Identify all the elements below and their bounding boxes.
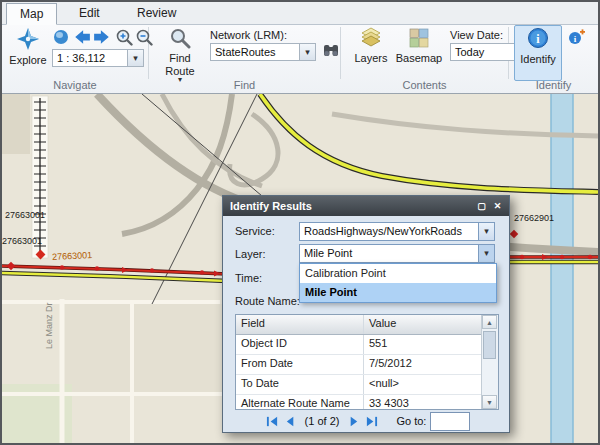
pagination-bar: (1 of 2) Go to: — [223, 410, 511, 432]
field-cell: From Date — [236, 355, 364, 374]
zoom-in-icon[interactable] — [115, 28, 133, 46]
page-indicator: (1 of 2) — [305, 415, 340, 427]
layer-dropdown-list: Calibration Point Mile Point — [299, 263, 497, 303]
ribbon: Map Edit Review Explore — [2, 2, 598, 94]
network-value: StateRoutes — [211, 44, 299, 60]
layer-option-calibration-point[interactable]: Calibration Point — [300, 264, 496, 283]
layers-icon — [360, 27, 382, 51]
route-highlight-yellow — [260, 94, 598, 192]
explore-button[interactable]: Explore — [6, 26, 50, 80]
dialog-title: Identify Results — [230, 200, 312, 212]
back-arrow-icon[interactable] — [73, 28, 91, 46]
value-cell: 7/5/2012 — [364, 355, 482, 374]
navigate-group-label: Navigate — [2, 79, 148, 91]
app-window: Map Edit Review Explore — [0, 0, 600, 445]
previous-page-icon[interactable] — [284, 414, 298, 428]
find-route-magnifier-icon — [169, 27, 191, 51]
chevron-down-icon: ▾ — [299, 44, 315, 60]
identify-results-dialog: Identify Results ▢ ✕ Service: RoadsHighw… — [222, 195, 510, 433]
route-highlight-casing — [260, 94, 598, 192]
layers-label: Layers — [354, 52, 387, 64]
scroll-down-icon[interactable]: ▼ — [482, 395, 497, 409]
value-column-header: Value — [364, 315, 482, 334]
maximize-icon[interactable]: ▢ — [474, 199, 489, 213]
service-combobox[interactable]: RoadsHighways/NewYorkRoads ▾ — [299, 222, 495, 241]
view-date-value: Today — [451, 44, 515, 60]
time-label: Time: — [235, 272, 262, 284]
attributes-table: Field Value Object ID 551 From Date 7/5/… — [235, 314, 499, 410]
identify-icon: i — [526, 26, 550, 52]
chevron-down-icon: ▾ — [478, 245, 494, 262]
identify-button[interactable]: i Identify — [514, 25, 562, 81]
forward-arrow-icon[interactable] — [93, 28, 111, 46]
explore-compass-icon — [16, 27, 40, 53]
basemap-icon — [408, 27, 430, 51]
field-cell: Alternate Route Name — [236, 395, 364, 410]
layers-button[interactable]: Layers — [348, 26, 394, 80]
scale-value: 1 : 36,112 — [53, 50, 127, 66]
network-combobox[interactable]: StateRoutes ▾ — [210, 43, 316, 61]
scale-combobox[interactable]: 1 : 36,112 ▾ — [52, 49, 144, 67]
table-row[interactable]: From Date 7/5/2012 — [236, 355, 498, 375]
map-block — [2, 94, 30, 154]
scrollbar-thumb[interactable] — [483, 331, 496, 359]
table-row[interactable]: Object ID 551 — [236, 335, 498, 355]
goto-group: Go to: — [396, 412, 470, 431]
close-icon[interactable]: ✕ — [490, 199, 505, 213]
scroll-up-icon[interactable]: ▲ — [482, 315, 497, 329]
ribbon-tabstrip: Map Edit Review — [2, 2, 598, 25]
route-number-label: 27663001 — [5, 210, 45, 220]
basemap-label: Basemap — [396, 52, 442, 64]
contents-group-label: Contents — [341, 79, 508, 91]
table-header-row: Field Value — [236, 315, 498, 335]
chevron-down-icon: ▾ — [127, 50, 143, 66]
goto-input[interactable] — [430, 412, 470, 431]
route-name-label: Route Name: — [235, 295, 300, 307]
highway-ramp — [162, 94, 262, 186]
table-row[interactable]: To Date <null> — [236, 375, 498, 395]
tab-edit[interactable]: Edit — [66, 4, 113, 23]
route-number-label: 27662901 — [514, 213, 554, 223]
find-route-label-1: Find — [169, 52, 190, 64]
table-row[interactable]: Alternate Route Name 33 4303 — [236, 395, 498, 410]
dialog-titlebar[interactable]: Identify Results ▢ ✕ — [223, 196, 509, 216]
basemap-button[interactable]: Basemap — [394, 26, 444, 80]
first-page-icon[interactable] — [266, 414, 280, 428]
find-group-label: Find — [149, 79, 340, 91]
find-route-button[interactable]: Find Route ▾ — [154, 26, 206, 80]
value-cell: <null> — [364, 375, 482, 394]
view-date-label: View Date: — [450, 29, 503, 41]
field-cell: Object ID — [236, 335, 364, 354]
explore-label: Explore — [9, 54, 46, 66]
network-lrm-label: Network (LRM): — [210, 29, 287, 41]
layer-label: Layer: — [235, 248, 266, 260]
next-page-icon[interactable] — [346, 414, 360, 428]
table-scrollbar[interactable]: ▲ ▼ — [481, 315, 498, 409]
route-number-road-label: 27663001 — [52, 250, 93, 262]
street-name-label: Le Manz Dr — [44, 302, 54, 349]
field-cell: To Date — [236, 375, 364, 394]
layer-value: Mile Point — [300, 245, 478, 262]
last-page-icon[interactable] — [364, 414, 378, 428]
previous-extent-icon[interactable] — [52, 28, 70, 46]
value-cell: 33 4303 — [364, 395, 482, 410]
tab-map[interactable]: Map — [6, 3, 57, 25]
identify-route-plus-icon[interactable]: i — [568, 28, 586, 46]
route-number-label: 27663001 — [2, 236, 42, 246]
binoculars-icon[interactable] — [322, 42, 340, 60]
chevron-down-icon: ▾ — [478, 223, 494, 240]
water-river — [551, 94, 573, 443]
group-separator — [340, 27, 341, 79]
goto-label: Go to: — [396, 415, 426, 427]
field-column-header: Field — [236, 315, 364, 334]
identify-group-label: Identify — [509, 79, 598, 91]
value-cell: 551 — [364, 335, 482, 354]
layer-option-mile-point[interactable]: Mile Point — [300, 283, 496, 302]
layer-combobox[interactable]: Mile Point ▾ — [299, 244, 495, 263]
identify-label: Identify — [520, 53, 555, 65]
service-label: Service: — [235, 225, 275, 237]
service-value: RoadsHighways/NewYorkRoads — [300, 223, 478, 240]
zoom-out-icon[interactable] — [135, 28, 153, 46]
tab-review[interactable]: Review — [124, 4, 189, 23]
map-block — [62, 304, 222, 394]
